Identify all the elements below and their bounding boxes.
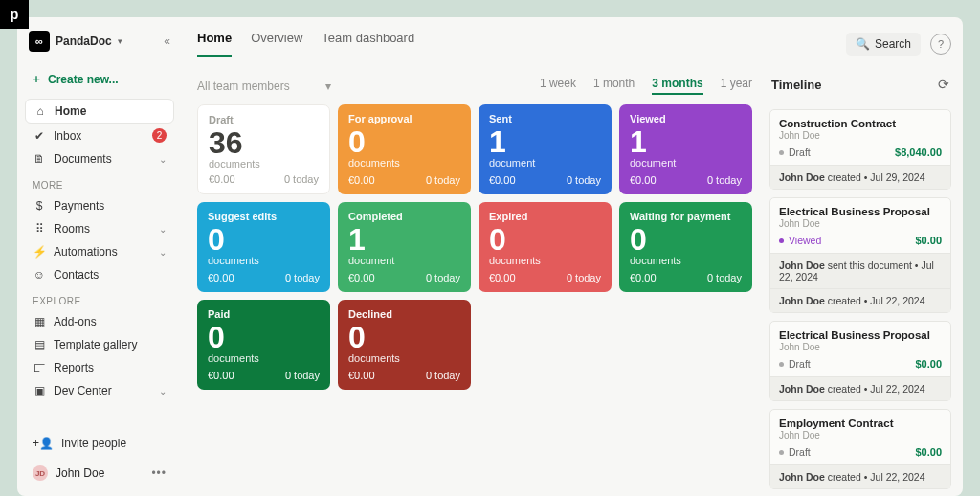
nav-automations[interactable]: ⚡ Automations ⌄	[25, 240, 174, 263]
invite-people-button[interactable]: +👤 Invite people	[25, 431, 174, 456]
nav-contacts[interactable]: ☺ Contacts	[25, 263, 174, 286]
create-new-label: Create new...	[48, 73, 119, 86]
nav-documents[interactable]: 🗎 Documents ⌄	[25, 147, 174, 170]
nav-template-gallery[interactable]: ▤ Template gallery	[25, 333, 174, 356]
card-doc-label: documents	[489, 255, 601, 266]
collapse-sidebar-button[interactable]: «	[164, 34, 170, 48]
nav-inbox[interactable]: ✔ Inbox 2	[25, 124, 174, 147]
avatar: JD	[33, 465, 48, 481]
workspace-switcher[interactable]: ∞ PandaDoc ▾ «	[25, 27, 174, 63]
card-doc-label: document	[489, 157, 601, 169]
nav-label: Payments	[54, 199, 104, 213]
status-card-paid[interactable]: Paid0documents€0.000 today	[197, 300, 330, 390]
card-count: 0	[208, 224, 320, 255]
status-card-draft[interactable]: Draft36documents€0.000 today	[197, 104, 330, 194]
invite-icon: +👤	[33, 437, 54, 450]
nav-dev-center[interactable]: ▣ Dev Center ⌄	[25, 379, 174, 402]
tab-home[interactable]: Home	[197, 31, 232, 57]
status-card-for-approval[interactable]: For approval0documents€0.000 today	[338, 104, 471, 194]
card-title: Viewed	[630, 113, 742, 124]
nav-home[interactable]: ⌂ Home	[25, 99, 174, 124]
brand-logo: ∞	[29, 31, 50, 52]
nav-rooms[interactable]: ⠿ Rooms ⌄	[25, 217, 174, 240]
status-cards-grid: Draft36documents€0.000 todayFor approval…	[197, 104, 752, 496]
chevron-down-icon: ⌄	[159, 386, 167, 396]
card-count: 0	[348, 126, 460, 157]
nav-label: Contacts	[54, 268, 99, 282]
grid-icon: ▦	[33, 315, 46, 328]
help-button[interactable]: ?	[930, 34, 951, 55]
card-doc-label: documents	[348, 352, 460, 364]
timeline-card-title: Electrical Business Proposal	[779, 206, 942, 217]
timeline-amount: $0.00	[915, 358, 942, 370]
team-member-dropdown[interactable]: All team members ▾	[197, 79, 331, 93]
primary-nav: ⌂ Home ✔ Inbox 2 🗎 Documents ⌄ MORE $ Pa…	[25, 99, 174, 402]
status-card-expired[interactable]: Expired0documents€0.000 today	[479, 202, 612, 292]
timeline-card[interactable]: Electrical Business ProposalJohn DoeView…	[769, 197, 951, 313]
dollar-icon: $	[33, 199, 46, 213]
status-card-sent[interactable]: Sent1document€0.000 today	[479, 104, 612, 194]
nav-section-more: MORE	[25, 170, 174, 194]
card-amount: €0.00	[489, 272, 516, 283]
refresh-icon[interactable]: ⟳	[938, 77, 949, 92]
card-count: 1	[489, 126, 601, 157]
status-card-waiting-for-payment[interactable]: Waiting for payment0documents€0.000 toda…	[619, 202, 752, 292]
status-card-completed[interactable]: Completed1document€0.000 today	[338, 202, 471, 292]
nav-label: Home	[55, 104, 86, 118]
card-doc-label: documents	[630, 255, 742, 266]
timeline-card[interactable]: Electrical Business ProposalJohn DoeDraf…	[769, 321, 951, 401]
card-today: 0 today	[284, 173, 319, 185]
card-title: Completed	[348, 211, 460, 222]
range-3months[interactable]: 3 months	[652, 77, 702, 95]
card-amount: €0.00	[208, 272, 234, 283]
card-count: 1	[348, 224, 460, 255]
tab-team-dashboard[interactable]: Team dashboard	[322, 31, 414, 57]
range-1week[interactable]: 1 week	[540, 77, 576, 95]
card-count: 0	[208, 322, 320, 352]
sidebar-footer: +👤 Invite people JD John Doe •••	[25, 431, 174, 486]
card-amount: €0.00	[348, 370, 375, 381]
team-filter-label: All team members	[197, 79, 290, 93]
timeline-card[interactable]: Employment ContractJohn DoeDraft$0.00Joh…	[769, 409, 951, 489]
timeline-card[interactable]: Construction ContractJohn DoeDraft$8,040…	[769, 109, 951, 190]
card-count: 0	[630, 224, 742, 255]
status-card-viewed[interactable]: Viewed1document€0.000 today	[619, 104, 752, 194]
timeline-event: John Doe created • Jul 22, 2024	[770, 288, 950, 312]
card-today: 0 today	[426, 370, 460, 381]
timeline-card-user: John Doe	[779, 218, 942, 229]
nav-label: Inbox	[54, 129, 81, 143]
timeline-status: Draft	[779, 446, 811, 458]
corner-logo: p	[0, 0, 29, 29]
account-menu[interactable]: JD John Doe •••	[25, 460, 174, 486]
search-label: Search	[875, 37, 911, 51]
document-icon: 🗎	[33, 152, 46, 166]
plus-icon: ＋	[31, 71, 42, 87]
account-name: John Doe	[56, 466, 104, 480]
card-amount: €0.00	[489, 174, 516, 186]
tab-overview[interactable]: Overview	[251, 31, 302, 57]
timeline-panel: Timeline ⟳ Construction ContractJohn Doe…	[769, 63, 951, 496]
nav-addons[interactable]: ▦ Add-ons	[25, 310, 174, 333]
card-doc-label: documents	[348, 157, 460, 169]
timeline-list: Construction ContractJohn DoeDraft$8,040…	[769, 109, 951, 496]
card-today: 0 today	[707, 174, 742, 186]
card-doc-label: document	[348, 255, 460, 266]
status-card-suggest-edits[interactable]: Suggest edits0documents€0.000 today	[197, 202, 330, 292]
more-icon[interactable]: •••	[151, 466, 167, 480]
timeline-card-title: Construction Contract	[779, 118, 942, 129]
status-card-declined[interactable]: Declined0documents€0.000 today	[338, 300, 471, 390]
range-1month[interactable]: 1 month	[593, 77, 635, 95]
card-amount: €0.00	[208, 370, 234, 381]
create-new-button[interactable]: ＋ Create new...	[25, 63, 174, 99]
card-title: Suggest edits	[208, 211, 320, 222]
nav-reports[interactable]: ⫍ Reports	[25, 356, 174, 379]
card-title: Expired	[489, 211, 601, 222]
range-1year[interactable]: 1 year	[721, 77, 752, 95]
timeline-amount: $8,040.00	[895, 147, 942, 158]
timeline-status: Draft	[779, 147, 811, 158]
timeline-card-user: John Doe	[779, 342, 942, 352]
card-count: 36	[209, 127, 319, 158]
people-icon: ⠿	[33, 222, 46, 236]
search-button[interactable]: 🔍 Search	[846, 33, 921, 56]
nav-payments[interactable]: $ Payments	[25, 194, 174, 217]
